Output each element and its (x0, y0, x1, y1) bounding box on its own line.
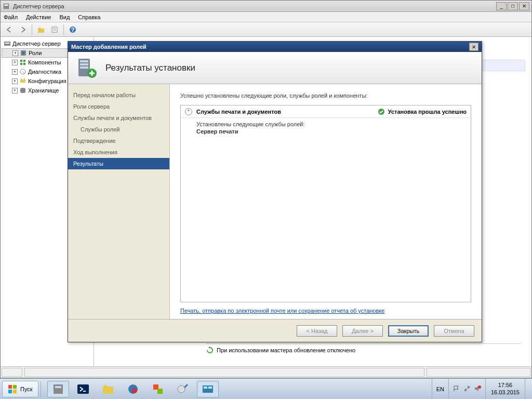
svg-rect-39 (157, 389, 163, 394)
svg-line-17 (23, 72, 25, 74)
forward-button[interactable] (17, 24, 29, 35)
svg-rect-35 (103, 387, 113, 394)
role-row[interactable]: ⌃ Службы печати и документов Установка п… (181, 105, 471, 118)
tray-flag-icon[interactable] (453, 385, 460, 393)
nav-before-begin[interactable]: Перед началом работы (68, 89, 169, 101)
svg-rect-44 (464, 389, 467, 391)
wizard-content: Успешно установлены следующие роли, служ… (170, 84, 482, 319)
close-wizard-button[interactable]: Закрыть (388, 325, 429, 337)
wizard-close-button[interactable]: ✕ (469, 43, 478, 51)
start-label: Пуск (20, 386, 33, 392)
next-button: Далее > (342, 325, 383, 337)
wizard-buttons: < Назад Далее > Закрыть Отмена (68, 319, 482, 342)
back-button[interactable] (4, 24, 15, 35)
wizard-title-bar: Мастер добавления ролей ✕ (68, 42, 482, 52)
task-app-1[interactable] (122, 381, 144, 397)
svg-rect-9 (5, 43, 9, 44)
close-button[interactable]: ✕ (519, 2, 529, 10)
svg-rect-33 (55, 386, 61, 388)
start-button[interactable]: Пуск (2, 381, 38, 397)
task-items (47, 381, 219, 397)
nav-role-services[interactable]: Службы ролей (68, 124, 169, 135)
refresh-status: При использовании мастера обновление отк… (217, 347, 355, 353)
svg-rect-42 (204, 387, 207, 389)
show-desktop-button[interactable] (525, 379, 532, 400)
expand-icon[interactable]: + (12, 88, 18, 94)
task-app-4[interactable] (197, 381, 219, 397)
menu-file[interactable]: Файл (4, 14, 18, 20)
tray-clock[interactable]: 17:56 16.03.2015 (486, 382, 525, 395)
task-server-manager[interactable] (47, 381, 69, 397)
svg-point-21 (20, 91, 25, 93)
window-title: Диспетчер сервера (13, 3, 496, 9)
menu-view[interactable]: Вид (59, 14, 70, 20)
tray-network-icon[interactable] (463, 385, 471, 393)
svg-rect-28 (8, 385, 12, 389)
toolbar: ? (1, 22, 531, 37)
svg-rect-25 (80, 66, 88, 69)
clock-time: 17:56 (491, 382, 520, 389)
maximize-button[interactable]: □ (508, 2, 518, 10)
nav-server-roles[interactable]: Роли сервера (68, 101, 169, 112)
svg-rect-32 (54, 384, 63, 394)
wizard-header: Результаты установки (68, 52, 482, 84)
info-band: При использовании мастера обновление отк… (206, 343, 521, 354)
expand-icon[interactable]: + (12, 69, 18, 75)
svg-text:?: ? (71, 26, 75, 33)
svg-point-37 (132, 388, 137, 393)
svg-rect-24 (80, 63, 88, 65)
nav-print-services[interactable]: Службы печати и документов (68, 112, 169, 124)
nav-confirm[interactable]: Подтверждение (68, 135, 169, 147)
nav-progress[interactable]: Ход выполнения (68, 147, 169, 158)
svg-rect-45 (468, 386, 470, 388)
svg-rect-23 (80, 60, 88, 62)
tray-volume-icon[interactable] (474, 385, 481, 393)
svg-rect-13 (23, 60, 25, 62)
svg-rect-3 (52, 27, 57, 32)
svg-point-47 (478, 385, 481, 389)
svg-rect-12 (20, 60, 22, 62)
chevron-up-icon[interactable]: ⌃ (185, 108, 192, 115)
refresh-icon (206, 347, 214, 354)
properties-button[interactable] (49, 24, 60, 35)
svg-rect-31 (13, 390, 17, 393)
svg-rect-30 (8, 390, 12, 393)
server-wizard-icon (75, 57, 98, 79)
clock-date: 16.03.2015 (491, 389, 520, 396)
svg-rect-1 (5, 4, 8, 6)
wizard-heading: Результаты установки (105, 63, 195, 73)
svg-line-46 (466, 388, 469, 389)
svg-rect-29 (13, 385, 17, 389)
role-detail: Установлены следующие службы ролей: Серв… (181, 118, 471, 138)
add-roles-wizard: Мастер добавления ролей ✕ Результаты уст… (68, 41, 482, 342)
windows-logo-icon (8, 384, 17, 394)
svg-point-40 (178, 385, 185, 393)
task-app-3[interactable] (172, 381, 194, 397)
result-message: Успешно установлены следующие роли, служ… (180, 92, 471, 99)
expand-icon[interactable]: + (12, 78, 18, 84)
svg-rect-14 (20, 63, 22, 65)
wizard-nav: Перед началом работы Роли сервера Службы… (68, 84, 170, 319)
svg-rect-18 (20, 79, 25, 83)
taskbar: Пуск EN 17:56 16.03.2015 (0, 378, 532, 399)
minimize-button[interactable]: _ (496, 2, 507, 10)
svg-point-11 (22, 51, 25, 55)
svg-rect-15 (23, 63, 25, 65)
title-bar: Диспетчер сервера _ □ ✕ (1, 1, 531, 12)
menu-bar: Файл Действие Вид Справка (1, 12, 531, 22)
up-button[interactable] (35, 24, 47, 35)
task-powershell[interactable] (72, 381, 94, 397)
install-status: Установка прошла успешно (388, 109, 467, 115)
expand-icon[interactable]: + (12, 50, 18, 56)
status-bar (1, 366, 531, 378)
language-indicator[interactable]: EN (432, 379, 449, 399)
task-explorer[interactable] (97, 381, 119, 397)
help-button[interactable]: ? (67, 24, 78, 35)
report-link[interactable]: Печать, отправка по электронной почте ил… (180, 308, 471, 314)
menu-help[interactable]: Справка (78, 14, 100, 20)
menu-action[interactable]: Действие (26, 14, 51, 20)
task-app-2[interactable] (147, 381, 169, 397)
expand-icon[interactable]: + (12, 60, 18, 65)
nav-results[interactable]: Результаты (68, 158, 169, 169)
svg-rect-43 (208, 387, 212, 389)
